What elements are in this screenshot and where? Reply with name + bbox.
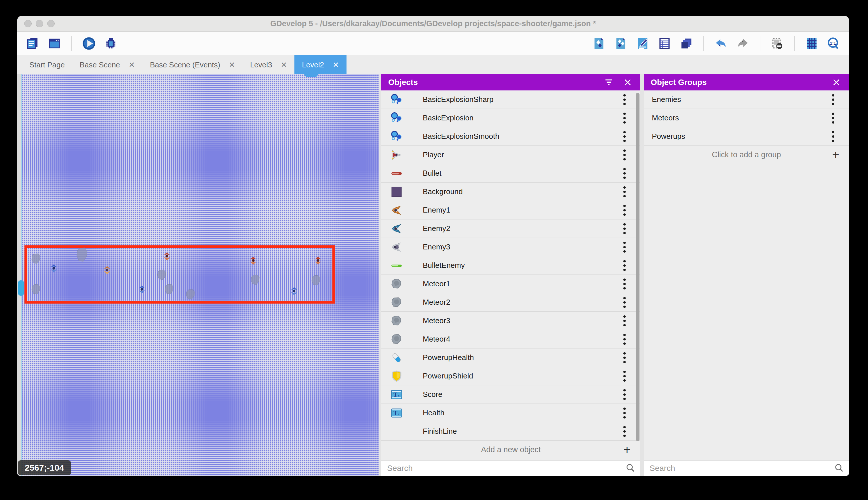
kebab-menu-icon[interactable]	[620, 205, 629, 216]
preview-window-icon[interactable]	[47, 36, 62, 51]
object-row-bulletenemy[interactable]: BulletEnemy	[381, 256, 640, 275]
kebab-menu-icon[interactable]	[620, 279, 629, 289]
layers-icon[interactable]	[679, 36, 694, 51]
tab-base-scene-events-[interactable]: Base Scene (Events)✕	[142, 55, 243, 74]
canvas-left-gutter	[17, 74, 21, 476]
zoom-original-icon[interactable]: 1:1	[826, 36, 842, 51]
object-row-basicexplosionsmooth[interactable]: BasicExplosionSmooth	[381, 127, 640, 146]
kebab-menu-icon[interactable]	[620, 426, 629, 437]
object-row-enemy3[interactable]: Enemy3	[381, 238, 640, 256]
object-row-score[interactable]: TxScore	[381, 385, 640, 404]
toggle-window-mask-icon[interactable]	[770, 36, 785, 51]
kebab-menu-icon[interactable]	[620, 371, 629, 382]
kebab-menu-icon[interactable]	[620, 113, 629, 124]
kebab-menu-icon[interactable]	[620, 389, 629, 400]
object-row-poweruphealth[interactable]: PowerupHealth	[381, 349, 640, 367]
canvas-scrollbar-track[interactable]	[21, 74, 22, 476]
scene-canvas[interactable]: 2567;-104	[17, 74, 379, 476]
project-manager-icon[interactable]	[25, 36, 40, 51]
properties-icon[interactable]	[635, 36, 650, 51]
debug-icon[interactable]	[103, 36, 119, 51]
kebab-menu-icon[interactable]	[620, 223, 629, 234]
kebab-menu-icon[interactable]	[620, 186, 629, 197]
instance-meteor-large[interactable]	[76, 247, 88, 263]
instance-ship-blue[interactable]	[50, 264, 57, 274]
tab-close-icon[interactable]: ✕	[281, 60, 287, 69]
kebab-menu-icon[interactable]	[620, 94, 629, 105]
object-row-enemy2[interactable]: Enemy2	[381, 219, 640, 238]
add-group-button[interactable]: Click to add a group +	[644, 146, 849, 164]
group-row-enemies[interactable]: Enemies	[644, 90, 849, 109]
kebab-menu-icon[interactable]	[620, 242, 629, 253]
object-row-basicexplosionsharp[interactable]: BasicExplosionSharp	[381, 90, 640, 109]
add-new-object-button[interactable]: Add a new object +	[381, 441, 640, 459]
instances-list-icon[interactable]	[657, 36, 672, 51]
object-row-background[interactable]: Background	[381, 183, 640, 201]
tab-close-icon[interactable]: ✕	[333, 60, 339, 69]
object-name: Bullet	[423, 169, 442, 178]
tab-close-icon[interactable]: ✕	[129, 60, 135, 69]
close-icon[interactable]	[831, 77, 842, 88]
instance-ship-blue[interactable]	[138, 285, 145, 295]
kebab-menu-icon[interactable]	[620, 131, 629, 142]
text-object-icon: Tx	[390, 388, 403, 401]
objects-editor-icon[interactable]	[591, 36, 607, 51]
object-row-basicexplosion[interactable]: BasicExplosion	[381, 109, 640, 127]
object-row-finishline[interactable]: FinishLine	[381, 422, 640, 441]
tab-base-scene[interactable]: Base Scene✕	[72, 55, 142, 74]
kebab-menu-icon[interactable]	[829, 113, 837, 124]
kebab-menu-icon[interactable]	[829, 94, 837, 105]
kebab-menu-icon[interactable]	[620, 352, 629, 363]
object-row-meteor1[interactable]: Meteor1	[381, 275, 640, 293]
close-icon[interactable]	[622, 77, 633, 88]
groups-search-input[interactable]	[644, 464, 849, 473]
instance-meteor-small[interactable]	[186, 289, 196, 301]
toggle-grid-icon[interactable]	[804, 36, 820, 51]
instance-meteor-small[interactable]	[31, 253, 41, 265]
instance-meteor-small[interactable]	[311, 275, 321, 287]
tab-close-icon[interactable]: ✕	[229, 60, 235, 69]
object-row-meteor2[interactable]: Meteor2	[381, 293, 640, 311]
instance-meteor-small[interactable]	[250, 274, 260, 286]
object-row-meteor4[interactable]: Meteor4	[381, 330, 640, 349]
play-preview-icon[interactable]	[81, 36, 97, 51]
instance-ship-orange[interactable]	[104, 266, 110, 275]
object-groups-icon[interactable]	[613, 36, 629, 51]
instance-meteor-small[interactable]	[157, 269, 167, 281]
object-row-bullet[interactable]: Bullet	[381, 164, 640, 183]
tab-level3[interactable]: Level3✕	[243, 55, 294, 74]
object-name: PowerupShield	[423, 372, 473, 380]
instance-ship-blue[interactable]	[291, 287, 297, 296]
undo-icon[interactable]	[713, 36, 729, 51]
instance-ship-red[interactable]	[250, 257, 257, 266]
objects-scrollbar-thumb[interactable]	[636, 93, 640, 441]
instance-ship-red[interactable]	[163, 252, 171, 262]
instance-meteor-small[interactable]	[164, 284, 174, 296]
canvas-scrollbar-thumb[interactable]	[18, 280, 24, 296]
object-row-meteor3[interactable]: Meteor3	[381, 311, 640, 330]
kebab-menu-icon[interactable]	[620, 408, 629, 419]
tab-level2[interactable]: Level2✕	[294, 55, 346, 74]
object-row-enemy1[interactable]: Enemy1	[381, 201, 640, 219]
tab-start-page[interactable]: Start Page	[22, 55, 72, 74]
plus-icon[interactable]: +	[623, 444, 631, 456]
kebab-menu-icon[interactable]	[620, 315, 629, 326]
filter-icon[interactable]	[603, 77, 614, 88]
objects-search-input[interactable]	[381, 464, 640, 473]
redo-icon[interactable]	[735, 36, 751, 51]
object-row-health[interactable]: TxHealth	[381, 404, 640, 422]
kebab-menu-icon[interactable]	[620, 168, 629, 179]
kebab-menu-icon[interactable]	[620, 334, 629, 345]
object-row-powerupshield[interactable]: PowerupShield	[381, 367, 640, 385]
instance-ship-red[interactable]	[315, 257, 321, 266]
kebab-menu-icon[interactable]	[829, 131, 837, 142]
kebab-menu-icon[interactable]	[620, 149, 629, 160]
group-row-powerups[interactable]: Powerups	[644, 127, 849, 146]
object-row-player[interactable]: Player	[381, 146, 640, 164]
kebab-menu-icon[interactable]	[620, 297, 629, 308]
kebab-menu-icon[interactable]	[620, 260, 629, 271]
group-row-meteors[interactable]: Meteors	[644, 109, 849, 127]
plus-icon[interactable]: +	[832, 149, 839, 161]
instance-meteor-small[interactable]	[31, 284, 41, 296]
object-name: PowerupHealth	[423, 353, 474, 362]
